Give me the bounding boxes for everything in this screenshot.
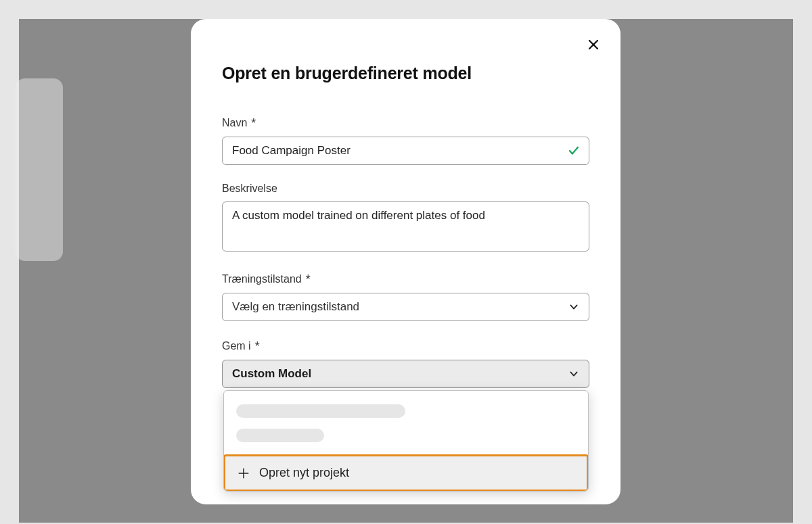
save-in-select[interactable]: Custom Model bbox=[222, 360, 589, 388]
description-label-text: Beskrivelse bbox=[222, 183, 277, 195]
app-backdrop: Opret en brugerdefineret model Navn * Be… bbox=[19, 19, 793, 523]
save-in-label: Gem i * bbox=[222, 339, 589, 353]
training-mode-placeholder: Vælg en træningstilstand bbox=[232, 300, 359, 314]
create-new-project-label: Opret nyt projekt bbox=[259, 466, 349, 480]
dropdown-body bbox=[224, 391, 588, 454]
skeleton-option-1 bbox=[236, 404, 405, 418]
chevron-down-icon bbox=[568, 302, 579, 312]
training-mode-label-text: Træningstilstand bbox=[222, 273, 302, 285]
checkmark-icon bbox=[568, 145, 580, 157]
name-input-wrap bbox=[222, 137, 589, 165]
save-in-selected: Custom Model bbox=[232, 367, 311, 381]
description-field-group: Beskrivelse A custom model trained on di… bbox=[222, 183, 589, 254]
required-marker: * bbox=[255, 339, 260, 354]
description-textarea[interactable]: A custom model trained on different plat… bbox=[222, 201, 589, 252]
training-mode-label: Træningstilstand * bbox=[222, 272, 589, 286]
name-input[interactable] bbox=[222, 137, 589, 165]
required-marker: * bbox=[251, 116, 256, 130]
training-mode-select[interactable]: Vælg en træningstilstand bbox=[222, 293, 589, 321]
modal-title: Opret en brugerdefineret model bbox=[222, 64, 589, 83]
save-in-dropdown-panel: Opret nyt projekt bbox=[223, 390, 589, 492]
skeleton-option-2 bbox=[236, 429, 324, 442]
create-new-project-button[interactable]: Opret nyt projekt bbox=[223, 454, 589, 492]
close-button[interactable] bbox=[584, 35, 603, 54]
required-marker: * bbox=[306, 272, 311, 287]
plus-icon bbox=[238, 467, 250, 479]
save-in-field-group: Gem i * Custom Model bbox=[222, 339, 589, 388]
save-in-label-text: Gem i bbox=[222, 340, 251, 352]
name-field-group: Navn * bbox=[222, 116, 589, 165]
name-label-text: Navn bbox=[222, 117, 247, 129]
name-label: Navn * bbox=[222, 116, 589, 130]
description-label: Beskrivelse bbox=[222, 183, 589, 195]
background-card-hint bbox=[16, 78, 63, 261]
close-icon bbox=[587, 39, 600, 51]
chevron-down-icon bbox=[568, 368, 579, 379]
training-mode-field-group: Træningstilstand * Vælg en træningstilst… bbox=[222, 272, 589, 321]
